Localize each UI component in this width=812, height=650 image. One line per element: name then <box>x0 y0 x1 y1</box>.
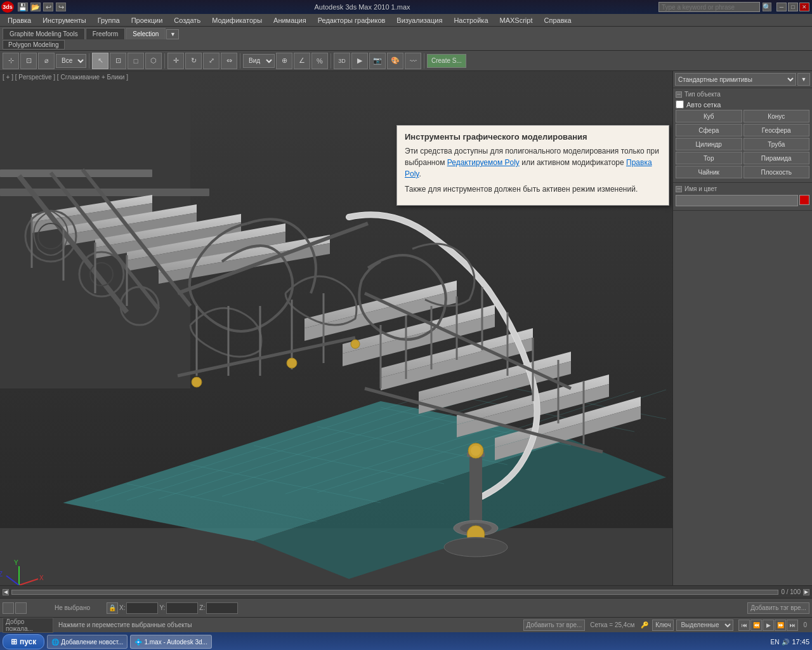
scale-btn[interactable]: ⤢ <box>203 53 219 69</box>
anim-play-btn[interactable]: ▶ <box>763 620 774 631</box>
filter-dropdown[interactable]: Все <box>56 54 86 68</box>
sep1 <box>89 53 89 69</box>
object-name-input[interactable] <box>676 195 798 206</box>
timeline-bar[interactable] <box>11 590 778 595</box>
anim-prev-btn[interactable]: ⏪ <box>750 620 762 631</box>
view-dropdown[interactable]: Вид <box>243 54 275 68</box>
cube-btn[interactable]: Куб <box>676 110 742 123</box>
minimize-btn[interactable]: ─ <box>776 3 787 11</box>
rotate-btn[interactable]: ↻ <box>185 53 202 69</box>
timeline-next-btn[interactable]: ▶ <box>803 589 809 595</box>
angle-snap-btn[interactable]: ∠ <box>294 53 310 69</box>
viewport[interactable]: [ + ] [ Perspective ] [ Сглаживание + Бл… <box>0 71 672 585</box>
tab-selection[interactable]: Selection <box>126 28 166 39</box>
lock-btn[interactable]: 🔒 <box>107 602 118 614</box>
start-button[interactable]: ⊞ пуск <box>3 634 44 649</box>
tab-freeform[interactable]: Freeform <box>86 28 126 39</box>
render-frame-btn[interactable]: ▶ <box>351 53 368 69</box>
object-type-label: Тип объекта <box>684 91 721 98</box>
plane-btn[interactable]: Плоскость <box>743 166 810 178</box>
curves-btn[interactable]: 〰 <box>405 53 421 69</box>
select-poly-btn[interactable]: ⬡ <box>145 53 162 69</box>
menu-tools[interactable]: Инструменты <box>37 16 91 25</box>
sphere-btn[interactable]: Сфера <box>676 124 742 136</box>
menu-create[interactable]: Создать <box>169 16 206 25</box>
menu-maxscript[interactable]: MAXScript <box>495 16 538 25</box>
create-set-btn[interactable]: Create S... <box>427 54 466 68</box>
z-label: Z: <box>199 604 205 611</box>
polygon-tab[interactable]: Polygon Modeling <box>3 40 65 50</box>
add-tag-btn2[interactable]: Добавить тэг вре... <box>523 620 586 631</box>
render-setup-btn[interactable]: 3D <box>334 53 350 69</box>
select-region-btn[interactable]: ⊡ <box>20 53 37 69</box>
torus-btn[interactable]: Тор <box>676 152 742 164</box>
z-coord[interactable] <box>206 602 238 614</box>
svg-point-82 <box>471 446 481 456</box>
menu-modifiers[interactable]: Модификаторы <box>207 16 267 25</box>
timeline-prev-btn[interactable]: ◀ <box>3 589 9 595</box>
filter-key-dropdown[interactable]: Выделенные <box>676 620 733 631</box>
taskbar-item-browser[interactable]: 🌐 Добавление новост... <box>47 635 128 649</box>
teapot-btn[interactable]: Чайник <box>676 166 742 178</box>
titlebar-icon1[interactable]: 💾 <box>18 3 28 11</box>
collapse-object-type-btn[interactable]: ─ <box>676 91 682 98</box>
key-label[interactable]: Ключ <box>652 620 674 631</box>
select-filter-btn[interactable]: ⊹ <box>3 53 19 69</box>
undo-btn[interactable]: ↩ <box>43 3 53 11</box>
search-input[interactable] <box>658 2 760 12</box>
select-region-rect-btn[interactable]: ⊡ <box>110 53 126 69</box>
transform-type-btn[interactable] <box>3 602 14 614</box>
tube-btn[interactable]: Труба <box>743 138 810 150</box>
select-btn[interactable]: ↖ <box>92 53 108 69</box>
add-tag-btn[interactable]: Добавить тэг вре... <box>747 602 809 614</box>
color-swatch[interactable] <box>799 195 809 205</box>
search-btn[interactable]: 🔍 <box>763 3 771 11</box>
menu-group[interactable]: Группа <box>93 16 125 25</box>
svg-point-63 <box>192 377 202 387</box>
sep5 <box>424 53 424 69</box>
auto-grid-checkbox[interactable] <box>676 100 684 109</box>
transform-gizmo-btn[interactable] <box>15 602 27 614</box>
menu-help[interactable]: Справка <box>539 16 577 25</box>
menu-customize[interactable]: Настройка <box>449 16 493 25</box>
select-rect-btn[interactable]: □ <box>128 53 144 69</box>
snap-btn[interactable]: ⊕ <box>276 53 292 69</box>
primitive-type-dropdown[interactable]: Стандартные примитивы <box>675 73 796 86</box>
maximize-btn[interactable]: □ <box>788 3 798 11</box>
anim-next-btn[interactable]: ⏩ <box>775 620 786 631</box>
freehand-btn[interactable]: ⌀ <box>38 53 55 69</box>
menu-graph-editors[interactable]: Редакторы графиков <box>313 16 391 25</box>
x-coord[interactable] <box>126 602 158 614</box>
close-btn[interactable]: ✕ <box>799 3 809 11</box>
taskbar-item-3dsmax[interactable]: 💠 1.max - Autodesk 3d... <box>130 635 212 649</box>
move-btn[interactable]: ✛ <box>167 53 184 69</box>
anim-first-btn[interactable]: ⏮ <box>738 620 750 631</box>
sep3 <box>240 53 240 69</box>
name-color-label: Имя и цвет <box>684 185 717 192</box>
y-coord[interactable] <box>166 602 198 614</box>
scale-snap-btn[interactable]: % <box>311 53 328 69</box>
collapse-name-color-btn[interactable]: ─ <box>676 186 682 192</box>
tab-graphite[interactable]: Graphite Modeling Tools <box>3 28 85 39</box>
svg-line-90 <box>6 576 19 585</box>
mirror-btn[interactable]: ⇔ <box>221 53 237 69</box>
menu-views[interactable]: Проекции <box>126 16 168 25</box>
pyramid-btn[interactable]: Пирамида <box>743 152 810 164</box>
geosphere-btn[interactable]: Геосфера <box>743 124 810 136</box>
taskbar: ⊞ пуск 🌐 Добавление новост... 💠 1.max - … <box>0 632 812 650</box>
menu-edit[interactable]: Правка <box>3 16 36 25</box>
tab-more-btn[interactable]: ▼ <box>166 29 179 39</box>
btn-row-2: Сфера Геосфера <box>676 124 809 136</box>
anim-last-btn[interactable]: ⏭ <box>787 620 798 631</box>
panel-dropdown-btn[interactable]: ▼ <box>797 73 810 86</box>
titlebar-icon2[interactable]: 📂 <box>30 3 41 11</box>
menu-animation[interactable]: Анимация <box>268 16 311 25</box>
menu-render[interactable]: Визуализация <box>391 16 447 25</box>
redo-btn[interactable]: ↪ <box>56 3 66 11</box>
render-btn[interactable]: 📷 <box>369 53 386 69</box>
cone-btn[interactable]: Конус <box>743 110 810 123</box>
name-color-section: ─ Имя и цвет <box>673 183 812 211</box>
material-editor-btn[interactable]: 🎨 <box>387 53 403 69</box>
tooltip-link1[interactable]: Редактируемом Poly <box>447 158 520 167</box>
cylinder-btn[interactable]: Цилиндр <box>676 138 742 150</box>
